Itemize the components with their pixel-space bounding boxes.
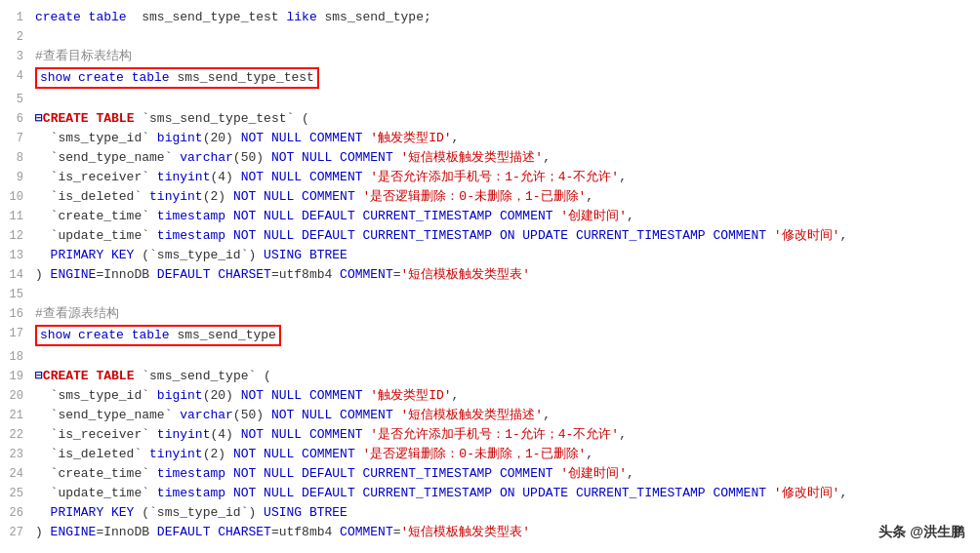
- line-21: 21 `send_type_name` varchar(50) NOT NULL…: [0, 406, 980, 425]
- line-15: 15: [0, 285, 980, 304]
- line-18: 18: [0, 347, 980, 367]
- line-11: 11 `create_time` timestamp NOT NULL DEFA…: [0, 207, 980, 226]
- line-23: 23 `is_deleted` tinyint(2) NOT NULL COMM…: [0, 445, 980, 464]
- line-25: 25 `update_time` timestamp NOT NULL DEFA…: [0, 484, 980, 503]
- line-17: 17 show create table sms_send_type: [0, 324, 980, 347]
- line-27: 27 ) ENGINE=InnoDB DEFAULT CHARSET=utf8m…: [0, 523, 980, 542]
- line-12: 12 `update_time` timestamp NOT NULL DEFA…: [0, 226, 980, 246]
- line-14: 14 ) ENGINE=InnoDB DEFAULT CHARSET=utf8m…: [0, 265, 980, 285]
- line-24: 24 `create_time` timestamp NOT NULL DEFA…: [0, 464, 980, 484]
- line-3: 3 #查看目标表结构: [0, 47, 980, 66]
- line-20: 20 `sms_type_id` bigint(20) NOT NULL COM…: [0, 386, 980, 406]
- line-2: 2: [0, 27, 980, 47]
- line-7: 7 `sms_type_id` bigint(20) NOT NULL COMM…: [0, 129, 980, 148]
- line-13: 13 PRIMARY KEY (`sms_type_id`) USING BTR…: [0, 246, 980, 265]
- line-4: 4 show create table sms_send_type_test: [0, 66, 980, 90]
- line-10: 10 `is_deleted` tinyint(2) NOT NULL COMM…: [0, 187, 980, 207]
- code-editor: 1 create table sms_send_type_test like s…: [0, 0, 980, 550]
- line-6: 6 ⊟CREATE TABLE `sms_send_type_test` (: [0, 109, 980, 129]
- line-22: 22 `is_receiver` tinyint(4) NOT NULL COM…: [0, 425, 980, 445]
- line-16: 16 #查看源表结构: [0, 304, 980, 324]
- line-5: 5: [0, 90, 980, 109]
- line-8: 8 `send_type_name` varchar(50) NOT NULL …: [0, 148, 980, 168]
- line-26: 26 PRIMARY KEY (`sms_type_id`) USING BTR…: [0, 503, 980, 523]
- line-1: 1 create table sms_send_type_test like s…: [0, 8, 980, 27]
- line-19: 19 ⊟CREATE TABLE `sms_send_type` (: [0, 367, 980, 386]
- line-9: 9 `is_receiver` tinyint(4) NOT NULL COMM…: [0, 168, 980, 187]
- watermark: 头条 @洪生鹏: [878, 524, 964, 541]
